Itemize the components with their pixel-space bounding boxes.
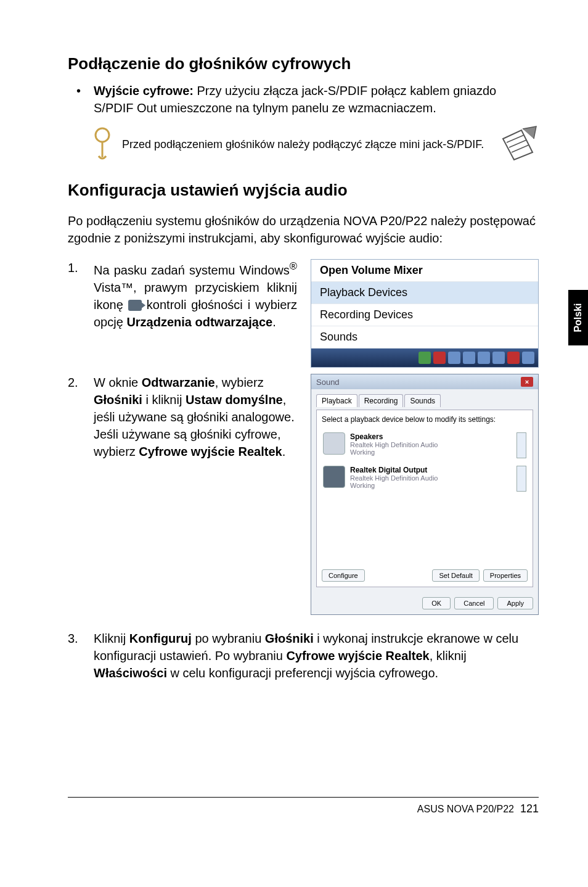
step2-bold-h: Cyfrowe wyjście Realtek: [139, 445, 282, 458]
taskbar-tray: [311, 349, 538, 367]
step3-text-g: , kliknij: [430, 649, 467, 662]
step2-bold-f: Ustaw domyślne: [186, 393, 283, 406]
device-row-speakers[interactable]: Speakers Realtek High Definition Audio W…: [322, 429, 528, 462]
step3-bold-b: Konfiguruj: [129, 632, 192, 645]
device-sub2: Working: [350, 482, 438, 489]
menu-item-recording-devices[interactable]: Recording Devices: [311, 304, 538, 326]
step2-text-e: i kliknij: [142, 393, 186, 406]
step-3: 3. Kliknij Konfiguruj po wybraniu Głośni…: [68, 630, 539, 682]
tray-icon[interactable]: [478, 352, 490, 364]
step1-text-a: Na pasku zadań systemu Windows: [94, 263, 290, 277]
device-sub1: Realtek High Definition Audio: [350, 474, 438, 482]
cancel-button[interactable]: Cancel: [454, 597, 494, 609]
svg-line-3: [509, 140, 526, 147]
step3-text-a: Kliknij: [94, 632, 129, 645]
heading-configure-audio-output: Konfiguracja ustawień wyjścia audio: [68, 181, 539, 200]
magnifier-icon: [92, 126, 113, 162]
menu-item-sounds[interactable]: Sounds: [311, 326, 538, 349]
dialog-titlebar: Sound ×: [311, 374, 538, 389]
step-2: 2. W oknie Odtwarzanie, wybierz Głośniki…: [68, 374, 297, 460]
step2-text-c: , wybierz: [215, 376, 264, 389]
device-title: Speakers: [350, 432, 438, 441]
bullet-lead: Wyjście cyfrowe:: [94, 84, 194, 97]
step2-bold-b: Odtwarzanie: [142, 376, 215, 389]
tab-playback[interactable]: Playback: [316, 394, 357, 407]
step1-bold-d: Urządzenia odtwarzające: [126, 315, 272, 329]
tray-icon[interactable]: [448, 352, 460, 364]
tray-icon[interactable]: [463, 352, 475, 364]
volume-icon: [128, 300, 142, 311]
dialog-title: Sound: [316, 377, 340, 387]
step-1: 1. Na pasku zadań systemu Windows® Vista…: [68, 259, 297, 331]
device-sub1: Realtek High Definition Audio: [350, 441, 438, 448]
step-number: 1.: [68, 259, 78, 276]
properties-button[interactable]: Properties: [483, 569, 528, 582]
device-title: Realtek Digital Output: [350, 466, 438, 474]
step1-text-e: .: [272, 315, 276, 329]
footer-page-number: 121: [520, 802, 539, 815]
configure-button[interactable]: Configure: [322, 569, 365, 582]
device-row-digital-output[interactable]: Realtek Digital Output Realtek High Defi…: [322, 462, 528, 495]
registered-mark: ®: [290, 260, 297, 272]
step3-bold-h: Właściwości: [94, 666, 167, 680]
footer-model: ASUS NOVA P20/P22: [417, 804, 514, 815]
tray-volume-icon[interactable]: [522, 352, 534, 364]
tray-icon[interactable]: [419, 352, 431, 364]
context-menu-volume: Open Volume Mixer Playback Devices Recor…: [311, 259, 539, 368]
sound-dialog: Sound × Playback Recording Sounds Select…: [311, 374, 539, 615]
step2-text-a: W oknie: [94, 376, 142, 389]
playback-panel: Select a playback device below to modify…: [316, 410, 533, 587]
dialog-tabs: Playback Recording Sounds: [316, 394, 533, 407]
step-number: 3.: [68, 630, 78, 647]
bullet-list: Wyjście cyfrowe: Przy użyciu złącza jack…: [68, 82, 539, 117]
bullet-item-digital-output: Wyjście cyfrowe: Przy użyciu złącza jack…: [68, 82, 539, 117]
step3-bold-d: Głośniki: [265, 632, 314, 645]
set-default-button[interactable]: Set Default: [432, 569, 479, 582]
pencil-note-icon: [499, 125, 539, 163]
ok-button[interactable]: OK: [422, 597, 451, 609]
step3-text-c: po wybraniu: [192, 632, 265, 645]
panel-hint: Select a playback device below to modify…: [322, 415, 528, 424]
two-column-row-2: 2. W oknie Odtwarzanie, wybierz Głośniki…: [68, 374, 539, 615]
tab-sounds[interactable]: Sounds: [404, 394, 441, 407]
digital-output-device-icon: [323, 466, 345, 488]
step3-bold-f: Cyfrowe wyjście Realtek: [286, 649, 429, 662]
note-text: Przed podłączeniem głośników należy podł…: [122, 137, 491, 152]
tray-icon[interactable]: [507, 352, 520, 364]
side-tab-label: Polski: [573, 303, 584, 332]
speaker-device-icon: [323, 432, 345, 455]
close-icon[interactable]: ×: [521, 377, 533, 387]
apply-button[interactable]: Apply: [497, 597, 533, 609]
heading-connect-digital-speakers: Podłączenie do głośników cyfrowych: [68, 54, 539, 73]
step-number: 2.: [68, 374, 78, 391]
svg-line-4: [512, 145, 529, 152]
step3-text-i: w celu konfiguracji preferencji wyjścia …: [167, 666, 438, 680]
menu-item-open-volume-mixer[interactable]: Open Volume Mixer: [311, 260, 538, 282]
document-page: Polski Podłączenie do głośników cyfrowyc…: [0, 0, 588, 838]
level-meter: [517, 466, 526, 492]
device-sub2: Working: [350, 448, 438, 456]
menu-item-playback-devices[interactable]: Playback Devices: [311, 282, 538, 304]
note-row: Przed podłączeniem głośników należy podł…: [68, 125, 539, 163]
language-side-tab: Polski: [568, 290, 588, 345]
tab-recording[interactable]: Recording: [359, 394, 404, 407]
page-footer: ASUS NOVA P20/P22 121: [68, 797, 539, 815]
svg-point-0: [96, 128, 109, 142]
tray-icon[interactable]: [492, 352, 505, 364]
two-column-row-1: 1. Na pasku zadań systemu Windows® Vista…: [68, 259, 539, 368]
step2-bold-d: Głośniki: [94, 393, 142, 406]
level-meter: [517, 432, 526, 458]
intro-paragraph: Po podłączeniu systemu głośników do urzą…: [68, 212, 539, 247]
step2-text-i: .: [282, 445, 286, 458]
tray-icon[interactable]: [433, 352, 446, 364]
